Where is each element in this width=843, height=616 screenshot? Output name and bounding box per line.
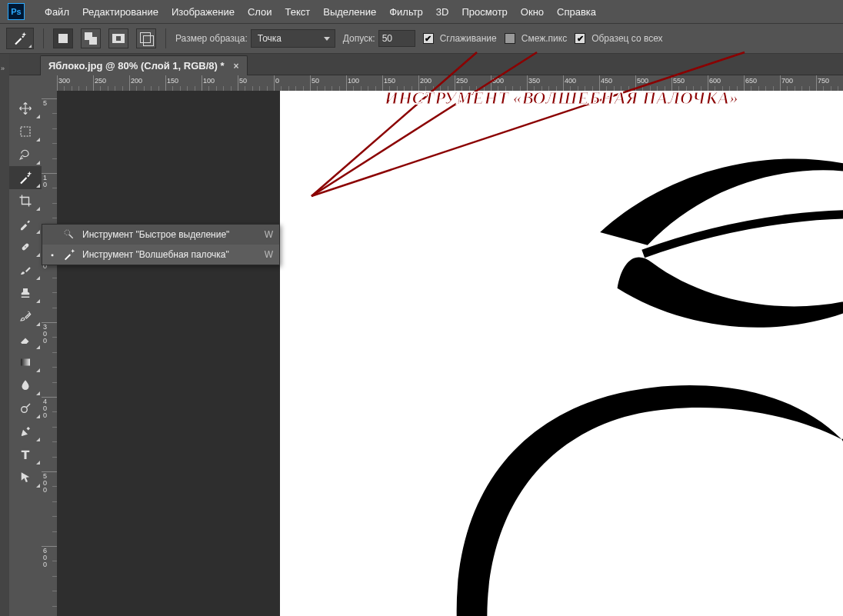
- document-canvas[interactable]: [280, 91, 843, 616]
- menu-filter[interactable]: Фильтр: [385, 3, 428, 21]
- quick-select-icon: [62, 228, 76, 241]
- tolerance-label: Допуск:: [343, 33, 375, 44]
- lasso-icon: [18, 148, 32, 161]
- tools-toolbar: [9, 75, 42, 616]
- pen-icon: [18, 425, 32, 438]
- arrow-icon: [18, 471, 32, 484]
- document-tab-bar: Яблоко.jpg @ 80% (Слой 1, RGB/8) * ×: [9, 54, 843, 75]
- tool-history-brush[interactable]: [9, 305, 42, 328]
- antialias-group[interactable]: ✔ Сглаживание: [423, 33, 497, 44]
- tool-healing[interactable]: [9, 235, 42, 258]
- tool-path-select[interactable]: [9, 466, 42, 489]
- tool-marquee[interactable]: [9, 120, 42, 143]
- magic-wand-icon: [62, 248, 76, 261]
- tool-stamp[interactable]: [9, 281, 42, 305]
- menu-help[interactable]: Справка: [552, 3, 601, 21]
- document-tab[interactable]: Яблоко.jpg @ 80% (Слой 1, RGB/8) * ×: [40, 55, 248, 75]
- all-layers-group[interactable]: ✔ Образец со всех: [575, 33, 662, 44]
- antialias-label: Сглаживание: [440, 33, 497, 44]
- tool-brush[interactable]: [9, 258, 42, 281]
- separator: [43, 28, 44, 48]
- workspace: Инструмент "Быстрое выделение" W ▪ Инстр…: [9, 75, 843, 616]
- ruler-corner: [42, 75, 57, 91]
- checkbox-checked-icon[interactable]: ✔: [423, 33, 434, 44]
- move-icon: [18, 102, 32, 115]
- contiguous-label: Смеж.пикс: [521, 33, 567, 44]
- selection-subtract-button[interactable]: [108, 28, 128, 48]
- flyout-magic-wand[interactable]: ▪ Инструмент "Волшебная палочка" W: [42, 245, 279, 265]
- checkbox-unchecked-icon[interactable]: ✔: [505, 33, 515, 44]
- square-icon: [58, 34, 68, 43]
- menu-layers[interactable]: Слои: [243, 3, 277, 21]
- document-artwork: [280, 91, 843, 616]
- flyout-item-shortcut: W: [265, 249, 273, 260]
- tool-eraser[interactable]: [9, 328, 42, 351]
- ruler-vertical[interactable]: 510200300400500600: [42, 91, 57, 616]
- eyedropper-icon: [18, 217, 32, 231]
- menu-3d[interactable]: 3D: [431, 3, 454, 21]
- tool-dodge[interactable]: [9, 397, 42, 420]
- canvas-holder: 3002502001501005005010015020025030035040…: [42, 75, 843, 616]
- flyout-item-label: Инструмент "Волшебная палочка": [82, 249, 258, 260]
- current-tool-indicator[interactable]: [6, 28, 34, 49]
- tolerance-group: Допуск:: [343, 30, 415, 47]
- type-icon: [18, 448, 32, 461]
- crop-icon: [18, 194, 32, 208]
- menu-edit[interactable]: Редактирование: [78, 3, 163, 21]
- separator: [165, 28, 166, 48]
- svg-point-4: [22, 407, 28, 413]
- tool-lasso[interactable]: [9, 143, 42, 166]
- contiguous-group[interactable]: ✔ Смеж.пикс: [505, 33, 567, 44]
- tool-type[interactable]: [9, 443, 42, 466]
- canvas-area[interactable]: [57, 91, 843, 616]
- tool-crop[interactable]: [9, 189, 42, 212]
- magic-wand-icon: [13, 32, 27, 45]
- brush-icon: [18, 263, 32, 277]
- squares-add-icon: [85, 32, 97, 45]
- menu-file[interactable]: Файл: [40, 3, 74, 21]
- marquee-icon: [18, 125, 32, 138]
- menu-select[interactable]: Выделение: [318, 3, 381, 21]
- svg-point-2: [25, 246, 26, 248]
- selection-new-button[interactable]: [53, 28, 73, 48]
- squares-sub-icon: [112, 34, 125, 43]
- flyout-item-label: Инструмент "Быстрое выделение": [82, 229, 258, 240]
- tool-gradient[interactable]: [9, 351, 42, 374]
- tool-flyout-menu: Инструмент "Быстрое выделение" W ▪ Инстр…: [42, 224, 280, 265]
- close-icon[interactable]: ×: [234, 61, 239, 72]
- selection-intersect-button[interactable]: [136, 28, 156, 48]
- history-brush-icon: [18, 309, 32, 323]
- app-logo-icon: Ps: [8, 3, 25, 20]
- flyout-active-mark: ▪: [48, 251, 56, 259]
- sample-size-select[interactable]: Точка: [251, 29, 335, 48]
- selection-add-button[interactable]: [81, 28, 101, 48]
- svg-point-5: [65, 230, 70, 235]
- tolerance-input[interactable]: [378, 30, 415, 47]
- sample-size-group: Размер образца: Точка: [175, 29, 335, 48]
- flyout-quick-selection[interactable]: Инструмент "Быстрое выделение" W: [42, 225, 279, 245]
- sample-size-value: Точка: [258, 33, 282, 44]
- stamp-icon: [18, 286, 32, 300]
- grip-icon: »: [1, 65, 5, 72]
- tool-blur[interactable]: [9, 374, 42, 397]
- svg-rect-0: [21, 127, 30, 136]
- sample-size-label: Размер образца:: [175, 33, 248, 44]
- healing-icon: [18, 240, 32, 254]
- squares-intersect-icon: [140, 32, 152, 45]
- tool-eyedropper[interactable]: [9, 212, 42, 235]
- menu-view[interactable]: Просмотр: [457, 3, 511, 21]
- checkbox-checked-icon[interactable]: ✔: [575, 33, 585, 44]
- menu-text[interactable]: Текст: [281, 3, 315, 21]
- all-layers-label: Образец со всех: [591, 33, 662, 44]
- tool-pen[interactable]: [9, 420, 42, 443]
- menu-image[interactable]: Изображение: [167, 3, 239, 21]
- menu-window[interactable]: Окно: [516, 3, 548, 21]
- menu-bar: Ps Файл Редактирование Изображение Слои …: [0, 0, 843, 23]
- ruler-horizontal[interactable]: 3002502001501005005010015020025030035040…: [57, 75, 843, 91]
- flyout-item-shortcut: W: [265, 229, 273, 240]
- magic-wand-icon: [18, 171, 32, 185]
- blur-icon: [18, 378, 32, 392]
- tool-magic-wand[interactable]: [9, 166, 42, 189]
- tool-move[interactable]: [9, 97, 42, 120]
- document-tab-title: Яблоко.jpg @ 80% (Слой 1, RGB/8) *: [48, 60, 225, 72]
